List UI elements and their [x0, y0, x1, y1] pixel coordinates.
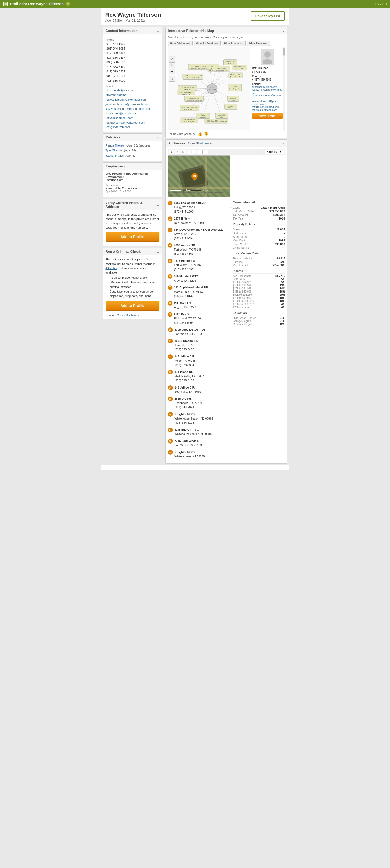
map-scrollbar[interactable]: [283, 47, 285, 130]
email-item[interactable]: elihernand2@aol.com: [106, 88, 159, 93]
map-subtitle: Visually explore anyone's network. Click…: [166, 34, 287, 40]
relative-item[interactable]: Renda Tillerson (Age: 60) (spouse): [106, 143, 159, 148]
addresses-header: Addresses Show All Addresses: [168, 141, 213, 145]
feedback-text: Tell us what you think!: [168, 132, 197, 135]
email-item[interactable]: rex.tillerson@enventuregt.com: [106, 120, 159, 125]
view-profile-button[interactable]: View Profile: [252, 113, 283, 119]
email-item[interactable]: rex.w.tillerson@exxonmobil.com: [106, 97, 159, 102]
svg-text:PO Box 1171: PO Box 1171: [226, 61, 235, 62]
verify-collapse-icon[interactable]: [157, 203, 159, 207]
address-item: 17 32 Bartle CT Tle CT Whitehouse Statio…: [168, 428, 231, 436]
network-graph[interactable]: Rex Tillerson Exxon Mobil Corporation: [176, 47, 248, 130]
zoom-in-button[interactable]: +: [169, 62, 175, 68]
email-item[interactable]: rtillerson@att.net: [106, 93, 159, 97]
satellite-map[interactable]: 1 100 feet 50 m: [168, 155, 230, 197]
address-item: 16 5 Lightfield RD Whitehouse Station, N…: [168, 412, 231, 425]
addr-num: 5: [168, 259, 173, 264]
verify-add-to-profile-button[interactable]: Add to Profile: [106, 232, 159, 242]
map-scrollbar-thumb[interactable]: [283, 48, 284, 56]
hide-addresses-button[interactable]: Hide Addresses: [168, 41, 192, 46]
job-title: Vice President Bpa Application Developme…: [106, 172, 159, 178]
addresses-collapse-icon[interactable]: [282, 142, 284, 145]
grid-icon: ▦: [3, 2, 8, 6]
addr-num: 1: [168, 201, 173, 206]
addr-num: 6: [168, 274, 173, 279]
job-item: President Exxon Mobil Corporation Apr 20…: [106, 184, 159, 193]
email-item[interactable]: rext@exterran.com: [106, 125, 159, 130]
addr-text: 1374 E New New Waverly, TX 77358: [174, 216, 205, 225]
address-item: 18 7716 Four Wnds DR Fort Worth, TX 7613…: [168, 439, 231, 447]
criminal-disclaimer-link[interactable]: Criminal Check Disclaimer: [106, 314, 159, 317]
map-filter-buttons: Hide Addresses Hide Professional Hide Ed…: [166, 40, 287, 47]
svg-text:Corp: Corp: [231, 99, 235, 101]
thumbs-down-button[interactable]: 👎: [204, 132, 208, 136]
svg-text:Fort Worth, TX: Fort Worth, TX: [184, 121, 194, 123]
my-list-link[interactable]: « My List: [374, 2, 387, 6]
relative-item[interactable]: Jackie St Clair (Age: 82): [106, 153, 159, 158]
criminal-states-link[interactable]: 43 states: [106, 267, 117, 270]
phone-item: (908) 534-6193: [106, 74, 159, 79]
show-all-addresses-link[interactable]: Show All Addresses: [187, 142, 213, 145]
email-item[interactable]: jonathan.h.acton@exxonmobil.com: [106, 102, 159, 106]
hide-professional-button[interactable]: Hide Professional: [193, 41, 221, 46]
job-dates: Apr 2004 - Apr 2006: [106, 190, 159, 193]
map-layers-button[interactable]: ☰: [203, 150, 208, 154]
svg-text:Jackie St: Jackie St: [218, 114, 225, 116]
addr-expand-icon[interactable]: ›: [230, 205, 231, 209]
employment-collapse-icon[interactable]: [157, 164, 159, 168]
help-icon[interactable]: ?: [66, 2, 70, 6]
bathrooms-row: Bathrooms -: [233, 235, 285, 238]
email-item[interactable]: rextillerson@eprod.com: [106, 111, 159, 116]
relatives-collapse-icon[interactable]: [157, 135, 159, 139]
contact-collapse-icon[interactable]: [157, 29, 159, 33]
addresses-section: Addresses Show All Addresses ◄ N ► ↑ ↓ ⊙…: [166, 140, 288, 464]
svg-text:Tillerson: Tillerson: [228, 107, 234, 109]
hide-education-button[interactable]: Hide Education: [222, 41, 246, 46]
addr-text: 7332 Amber DR Fort Worth, TX 76148 (817)…: [174, 243, 201, 256]
addr-text: 2525 Drs Dr Richmond, TX 77406 (281) 344…: [174, 312, 201, 325]
criminal-bullets: Felonies, misdemeanors, sex offenses, tr…: [110, 276, 159, 299]
address-item: 7 122 Applehead Island DR Marble Falls, …: [168, 285, 231, 298]
map-down-button[interactable]: ↓: [192, 150, 196, 154]
addr-num: 4: [168, 243, 173, 248]
email-item[interactable]: kay.westerndorff@exxonmobil.com: [106, 106, 159, 111]
panel-email: rex@exxonmobil.com: [252, 108, 283, 111]
relative-item[interactable]: Tyler Tillerson (Age: 28): [106, 148, 159, 153]
criminal-add-to-profile-button[interactable]: Add to Profile: [106, 301, 159, 311]
map-right-button[interactable]: ►: [181, 150, 186, 154]
fullscreen-button[interactable]: ⤢: [169, 56, 175, 62]
owner-info: Owner Information Owner Exxon Mobil Corp…: [233, 201, 285, 220]
birds-eye-button[interactable]: Bird's eye ▼: [265, 150, 284, 154]
map-north-button[interactable]: N: [175, 150, 180, 154]
svg-text:Irving, TX: Irving, TX: [184, 88, 191, 90]
criminal-collapse-icon[interactable]: [157, 250, 159, 253]
phone-list: (972) 444-1000 (281) 344-9094 (817) 369-…: [106, 42, 159, 83]
map-target-button[interactable]: ⊙: [197, 150, 202, 154]
addr-text: 5 Lightfield RD White House, NJ 08888: [175, 450, 205, 459]
census-households-row: Total households 80,615: [233, 257, 285, 260]
zoom-controls: ⤢ + − ⤡: [169, 55, 175, 82]
svg-text:7716 Four Winds DR: 7716 Four Winds DR: [182, 106, 197, 108]
census-data: Local Census Data Total households 80,61…: [233, 252, 285, 267]
phone-item: (817) 386-2497: [106, 56, 159, 60]
zoom-out-button[interactable]: −: [169, 69, 175, 74]
addr-num: 9: [168, 312, 173, 317]
map-collapse-icon[interactable]: [282, 29, 284, 33]
email-item[interactable]: rex@exxonmobil.com: [106, 116, 159, 120]
map-up-button[interactable]: ↑: [187, 150, 191, 154]
panel-email: jonathan.h.acton@exxonm...: [252, 94, 283, 100]
map-left-button[interactable]: ◄: [169, 150, 175, 154]
contact-title: Contact Information: [106, 29, 138, 33]
hide-relatives-button[interactable]: Hide Relatives: [247, 41, 270, 46]
income-row-0: Less $10K 5%: [233, 278, 285, 281]
save-to-mylist-button[interactable]: Save to My List: [251, 11, 285, 21]
relatives-section: Relatives Renda Tillerson (Age: 60) (spo…: [103, 133, 162, 161]
addr-text: 7716 Four Wnds DR Fort Worth, TX 76133: [175, 439, 202, 447]
addr-text: 32 Bartle CT Tle CT Whitehouse Station, …: [175, 428, 213, 436]
svg-text:Whitehouse Station, NJ: Whitehouse Station, NJ: [185, 99, 202, 101]
addr-num: 7: [168, 285, 173, 290]
thumbs-up-button[interactable]: 👍: [198, 132, 202, 136]
zoom-fit-button[interactable]: ⤡: [169, 76, 175, 82]
svg-text:Argyle, TX: Argyle, TX: [227, 63, 234, 64]
income-data: Income Avg. Household $65,775 Less $10K …: [233, 269, 285, 309]
